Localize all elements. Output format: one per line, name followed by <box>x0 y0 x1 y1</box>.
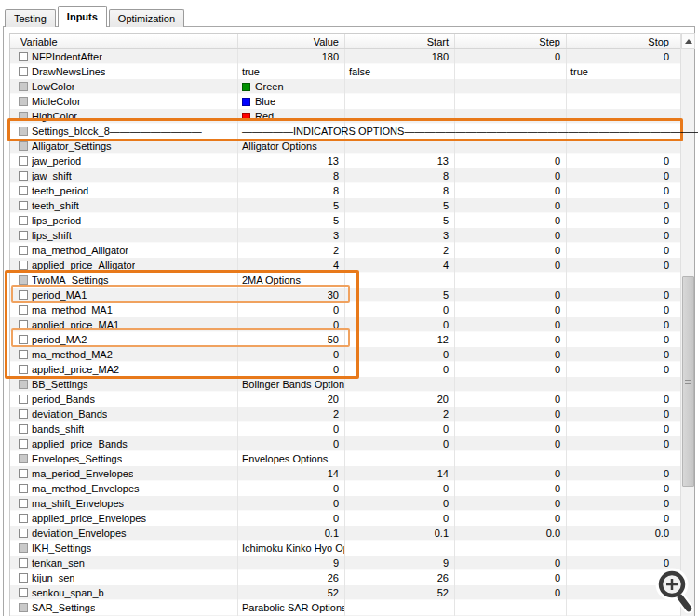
checkbox[interactable] <box>19 216 28 225</box>
value-cell[interactable]: 30 <box>238 288 345 302</box>
stop-cell[interactable]: 0 <box>567 302 680 317</box>
table-row[interactable]: teeth_shift5500 <box>10 198 680 213</box>
checkbox[interactable] <box>19 156 28 166</box>
start-cell[interactable]: 0 <box>345 317 455 332</box>
value-cell[interactable]: 0 <box>238 511 345 526</box>
stop-cell[interactable]: 0 <box>567 243 680 258</box>
table-row[interactable]: lips_shift3300 <box>10 228 680 243</box>
checkbox[interactable] <box>19 335 28 344</box>
stop-cell[interactable]: 0 <box>567 49 680 64</box>
value-cell[interactable]: Parabolic SAR Options <box>238 600 345 615</box>
start-cell[interactable]: false <box>345 64 455 79</box>
start-cell[interactable]: 26 <box>345 570 455 585</box>
stop-cell[interactable]: 0 <box>567 258 680 273</box>
checkbox[interactable] <box>19 588 28 597</box>
start-cell[interactable]: 0 <box>345 436 455 451</box>
table-row[interactable]: ma_method_Alligator2200 <box>10 243 680 258</box>
start-cell[interactable]: 8 <box>345 183 455 198</box>
checkbox[interactable] <box>19 320 28 329</box>
table-row[interactable]: period_MA130500 <box>10 288 680 302</box>
table-row[interactable]: BB_SettingsBolinger Bands Options <box>10 377 680 392</box>
checkbox[interactable] <box>19 558 28 568</box>
start-cell[interactable]: 180 <box>345 49 455 64</box>
step-cell[interactable]: 0 <box>455 168 567 183</box>
start-cell[interactable]: 0 <box>345 481 455 496</box>
checkbox[interactable] <box>19 424 28 434</box>
table-row[interactable]: Settings_block_8——————————————INDICATORS… <box>10 124 680 139</box>
value-cell[interactable]: 5 <box>238 213 345 228</box>
value-cell[interactable]: true <box>238 64 345 79</box>
table-row[interactable]: Envelopes_SettingsEnvelopes Options <box>10 451 680 466</box>
step-cell[interactable]: 0 <box>455 243 567 258</box>
start-cell[interactable] <box>345 377 455 392</box>
start-cell[interactable]: 8 <box>345 168 455 183</box>
stop-cell[interactable] <box>567 541 680 556</box>
value-cell[interactable]: —————INDICATORS OPTIONS—————————————————… <box>238 124 345 139</box>
start-cell[interactable]: 0.1 <box>345 526 455 541</box>
table-row[interactable]: DrawNewsLinestruefalsetrue <box>10 64 680 79</box>
step-cell[interactable] <box>455 377 567 392</box>
value-cell[interactable]: 0 <box>238 496 345 511</box>
checkbox[interactable] <box>19 246 28 255</box>
step-cell[interactable]: 0 <box>455 347 567 362</box>
table-row[interactable]: applied_price_MA20000 <box>10 362 680 377</box>
stop-cell[interactable] <box>567 139 680 154</box>
step-cell[interactable] <box>455 451 567 466</box>
checkbox[interactable] <box>19 469 28 478</box>
stop-cell[interactable]: 0 <box>567 362 680 377</box>
tab-optimization[interactable]: Optimization <box>109 9 184 27</box>
stop-cell[interactable]: 0.0 <box>567 526 680 541</box>
start-cell[interactable]: 0 <box>345 511 455 526</box>
start-cell[interactable] <box>345 94 455 109</box>
checkbox[interactable] <box>19 52 28 61</box>
start-cell[interactable]: 2 <box>345 243 455 258</box>
start-cell[interactable]: 20 <box>345 392 455 407</box>
step-cell[interactable]: 0 <box>455 183 567 198</box>
step-cell[interactable]: 0 <box>455 362 567 377</box>
table-row[interactable]: kijun_sen262600 <box>10 570 680 585</box>
step-cell[interactable]: 0 <box>455 466 567 481</box>
step-cell[interactable]: 0 <box>455 585 567 600</box>
value-cell[interactable]: 0 <box>238 481 345 496</box>
value-cell[interactable]: 2MA Options <box>238 273 345 288</box>
start-cell[interactable]: 5 <box>345 288 455 302</box>
stop-cell[interactable] <box>567 94 680 109</box>
value-cell[interactable]: 52 <box>238 585 345 600</box>
stop-cell[interactable]: 0 <box>567 436 680 451</box>
step-cell[interactable]: 0 <box>455 422 567 436</box>
value-cell[interactable]: 8 <box>238 168 345 183</box>
table-row[interactable]: LowColorGreen <box>10 79 680 94</box>
column-header-step[interactable]: Step <box>455 34 567 48</box>
value-cell[interactable]: 0 <box>238 347 345 362</box>
table-row[interactable]: jaw_shift8800 <box>10 168 680 183</box>
checkbox[interactable] <box>19 439 28 449</box>
table-row[interactable]: deviation_Envelopes0.10.10.00.0 <box>10 526 680 541</box>
checkbox[interactable] <box>19 365 28 374</box>
stop-cell[interactable]: 0 <box>567 466 680 481</box>
value-cell[interactable]: 14 <box>238 466 345 481</box>
start-cell[interactable]: 0 <box>345 422 455 436</box>
value-cell[interactable]: 0 <box>238 436 345 451</box>
checkbox[interactable] <box>19 573 28 583</box>
stop-cell[interactable]: true <box>567 64 680 79</box>
step-cell[interactable]: 0 <box>455 154 567 168</box>
table-row[interactable]: Alligator_SettingsAlligator Options <box>10 139 680 154</box>
start-cell[interactable] <box>345 79 455 94</box>
table-row[interactable]: applied_price_Alligator4400 <box>10 258 680 273</box>
stop-cell[interactable]: 0 <box>567 481 680 496</box>
stop-cell[interactable]: 0 <box>567 213 680 228</box>
table-row[interactable]: period_MA2501200 <box>10 332 680 347</box>
stop-cell[interactable] <box>567 109 680 124</box>
step-cell[interactable]: 0 <box>455 258 567 273</box>
start-cell[interactable] <box>345 600 455 615</box>
table-row[interactable]: SAR_SettingsParabolic SAR Options <box>10 600 680 615</box>
step-cell[interactable] <box>455 79 567 94</box>
stop-cell[interactable]: 0 <box>567 154 680 168</box>
table-row[interactable]: tenkan_sen9900 <box>10 556 680 570</box>
value-cell[interactable]: 4 <box>238 258 345 273</box>
start-cell[interactable]: 9 <box>345 556 455 570</box>
scroll-up-button[interactable] <box>681 33 695 49</box>
step-cell[interactable]: 0 <box>455 213 567 228</box>
checkbox[interactable] <box>19 529 28 538</box>
step-cell[interactable] <box>455 600 567 615</box>
